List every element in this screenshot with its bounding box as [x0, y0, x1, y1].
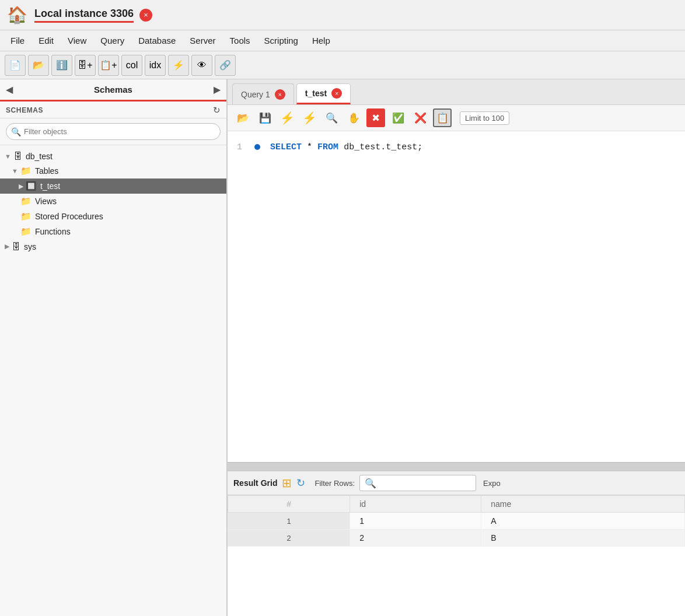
tree-label-stored_procedures: Stored Procedures — [35, 212, 103, 221]
save-button[interactable]: 💾 — [256, 108, 274, 127]
execute-sql[interactable]: ⚡ — [168, 55, 189, 76]
tab-close-t_test[interactable]: × — [331, 88, 342, 99]
menu-item-server[interactable]: Server — [184, 33, 221, 48]
cell-name: A — [481, 513, 685, 530]
tab-query1[interactable]: Query 1 × — [232, 83, 294, 104]
schemas-section-label: SCHEMAS — [6, 106, 43, 114]
menubar: FileEditViewQueryDatabaseServerToolsScri… — [0, 30, 685, 51]
tree-arrow-db_test[interactable]: ▼ — [5, 153, 11, 160]
horizontal-scrollbar[interactable] — [228, 462, 685, 470]
menu-item-database[interactable]: Database — [132, 33, 181, 48]
tabs-bar: Query 1 ×t_test × — [228, 79, 685, 105]
tree-arrow-sys[interactable]: ▶ — [5, 243, 9, 250]
stop-button[interactable]: ✋ — [344, 108, 363, 127]
create-db[interactable]: 🗄+ — [75, 55, 96, 76]
filter-search-icon: 🔍 — [11, 127, 21, 136]
format-button[interactable]: 📋 — [433, 108, 452, 127]
tree-item-functions[interactable]: 📁Functions — [0, 224, 226, 239]
menu-item-view[interactable]: View — [62, 33, 92, 48]
tree-item-db_test[interactable]: ▼🗄db_test — [0, 149, 226, 163]
table-row[interactable]: 2 2 B — [228, 530, 685, 547]
tree-icon-stored_procedures: 📁 — [20, 211, 32, 222]
col-id: id — [350, 496, 481, 513]
connection-btn[interactable]: 🔗 — [215, 55, 236, 76]
tree-item-sys[interactable]: ▶🗄sys — [0, 239, 226, 254]
sql-editor[interactable]: 1 SELECT * FROM db_test.t_test; — [228, 131, 685, 462]
menu-item-query[interactable]: Query — [95, 33, 130, 48]
main-area: ◀ Schemas ▶ SCHEMAS ↻ 🔍 ▼🗄db_test▼📁Table… — [0, 79, 685, 616]
menu-item-file[interactable]: File — [5, 33, 30, 48]
tree-arrow-t_test[interactable]: ▶ — [19, 183, 23, 190]
grid-icon[interactable]: ⊞ — [282, 476, 292, 490]
window-title: Local instance 3306 — [34, 8, 134, 19]
view-btn[interactable]: 👁 — [191, 55, 212, 76]
cell-name: B — [481, 530, 685, 547]
clear-button[interactable]: ❌ — [411, 108, 429, 127]
menu-item-scripting[interactable]: Scripting — [258, 33, 304, 48]
cell-rownum: 2 — [228, 530, 350, 547]
keyword-select: SELECT — [270, 142, 302, 152]
tree-item-tables[interactable]: ▼📁Tables — [0, 163, 226, 178]
tree-label-views: Views — [35, 197, 57, 206]
query-toolbar: 📂 💾 ⚡ ⚡ 🔍 ✋ ✖ ✅ ❌ 📋 Limit to 100 — [228, 105, 685, 131]
table-row[interactable]: 1 1 A — [228, 513, 685, 530]
menu-item-edit[interactable]: Edit — [33, 33, 60, 48]
schemas-header: ◀ Schemas ▶ — [0, 79, 226, 102]
filter-input[interactable] — [6, 123, 221, 140]
refresh-icon[interactable]: ↻ — [296, 477, 305, 489]
tab-close-query1[interactable]: × — [275, 89, 285, 100]
check-button[interactable]: ✅ — [389, 108, 407, 127]
result-area: Result Grid ⊞ ↻ Filter Rows: 🔍 Expo # id… — [228, 470, 685, 616]
tab-t_test[interactable]: t_test × — [296, 83, 351, 104]
result-grid-label: Result Grid — [233, 478, 277, 488]
col-name: name — [481, 496, 685, 513]
execute-selection-button[interactable]: ⚡ — [300, 108, 319, 127]
tree-item-t_test[interactable]: ▶🔲t_test — [0, 178, 226, 194]
menu-item-help[interactable]: Help — [306, 33, 336, 48]
tree-icon-t_test: 🔲 — [26, 181, 37, 191]
limit-label: Limit to 100 — [465, 114, 504, 123]
execute-button[interactable]: ⚡ — [278, 108, 296, 127]
tree-arrow-tables[interactable]: ▼ — [12, 167, 18, 174]
info[interactable]: ℹ️ — [51, 55, 72, 76]
tree-item-views[interactable]: 📁Views — [0, 194, 226, 209]
open-file-button[interactable]: 📂 — [233, 108, 252, 127]
create-table[interactable]: 📋+ — [98, 55, 119, 76]
sql-star: * — [307, 142, 317, 152]
schemas-refresh-icon[interactable]: ↻ — [213, 105, 221, 116]
home-icon[interactable]: 🏠 — [7, 5, 27, 24]
tree-item-stored_procedures[interactable]: 📁Stored Procedures — [0, 209, 226, 224]
filter-rows-input[interactable]: 🔍 — [359, 475, 476, 491]
nav-left-arrow[interactable]: ◀ — [6, 84, 13, 95]
tree-icon-tables: 📁 — [20, 166, 32, 176]
tree-icon-views: 📁 — [20, 196, 32, 206]
explain-button[interactable]: 🔍 — [322, 108, 341, 127]
cell-id: 1 — [350, 513, 481, 530]
filter-box: 🔍 — [0, 118, 226, 145]
create-column[interactable]: col — [121, 55, 142, 76]
create-index[interactable]: idx — [145, 55, 166, 76]
tree-label-tables: Tables — [35, 166, 58, 176]
col-rownum: # — [228, 496, 350, 513]
tab-label-query1: Query 1 — [241, 90, 270, 99]
right-panel: Query 1 ×t_test × 📂 💾 ⚡ ⚡ 🔍 ✋ ✖ ✅ ❌ 📋 Li… — [228, 79, 685, 616]
table-body: 1 1 A 2 2 B — [228, 513, 685, 547]
cell-rownum: 1 — [228, 513, 350, 530]
nav-right-arrow[interactable]: ▶ — [214, 84, 221, 95]
open-sql[interactable]: 📂 — [28, 55, 49, 76]
sql-table-ref: db_test.t_test; — [344, 142, 422, 152]
tree-icon-db_test: 🗄 — [13, 151, 22, 161]
titlebar: 🏠 Local instance 3306 × — [0, 0, 685, 30]
new-sql[interactable]: 📄 — [5, 55, 26, 76]
schema-tree: ▼🗄db_test▼📁Tables▶🔲t_test📁Views📁Stored P… — [0, 145, 226, 616]
menu-item-tools[interactable]: Tools — [224, 33, 256, 48]
cell-id: 2 — [350, 530, 481, 547]
data-table: # id name 1 1 A 2 2 B — [228, 495, 685, 547]
window-close-button[interactable]: × — [139, 9, 152, 22]
filter-rows-search-icon: 🔍 — [365, 478, 376, 489]
tree-label-functions: Functions — [35, 227, 71, 236]
cancel-button[interactable]: ✖ — [366, 108, 385, 127]
export-label: Expo — [483, 479, 501, 488]
tree-label-db_test: db_test — [26, 152, 53, 161]
line-number: 1 — [237, 142, 242, 152]
